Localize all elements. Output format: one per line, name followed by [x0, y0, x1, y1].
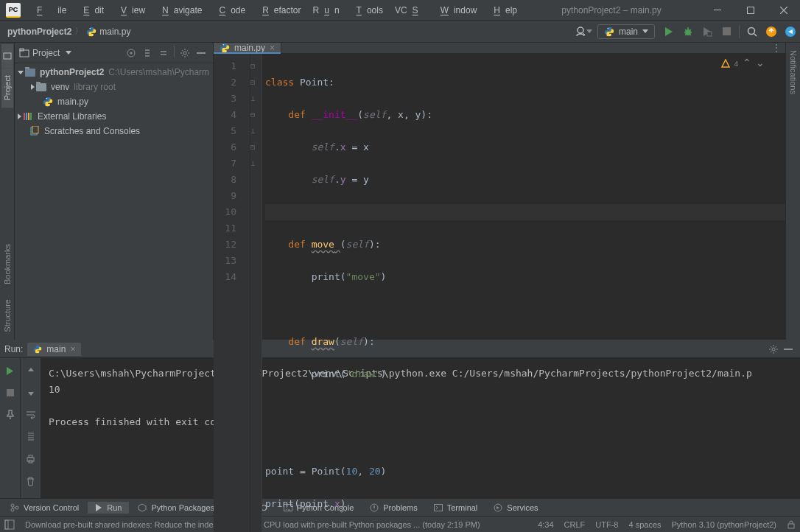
svg-rect-31 — [7, 389, 14, 396]
run-tab[interactable]: main × — [27, 343, 81, 356]
menu-tools[interactable]: Tools — [346, 2, 388, 18]
stop-button[interactable] — [717, 23, 735, 41]
editor: main.py × ⋮ 4 ⌃ ⌄ 1234567891011121314 ⊟⊟… — [214, 43, 785, 340]
menu-navigate[interactable]: Navigate — [152, 2, 207, 18]
close-tab-button[interactable]: × — [270, 43, 275, 53]
menu-file[interactable]: File — [27, 2, 71, 18]
tree-venv[interactable]: venv library root — [15, 80, 213, 94]
tree-scratches-label: Scratches and Consoles — [44, 126, 140, 136]
down-stack-button[interactable] — [23, 385, 39, 401]
ide-update-button[interactable] — [762, 23, 780, 41]
project-panel-title: Project — [32, 48, 60, 58]
debug-button[interactable] — [679, 23, 697, 41]
chevron-down-icon[interactable] — [18, 71, 24, 74]
menu-vcs[interactable]: VCS — [390, 2, 429, 18]
collapse-all-button[interactable] — [156, 46, 171, 60]
editor-tabs: main.py × ⋮ — [214, 43, 785, 54]
scroll-end-button[interactable] — [23, 429, 39, 445]
tabs-more-button[interactable]: ⋮ — [768, 43, 785, 53]
svg-rect-44 — [788, 524, 794, 528]
scratches-icon — [29, 126, 40, 136]
svg-rect-7 — [707, 32, 712, 36]
chevron-down-icon[interactable] — [66, 51, 71, 55]
tw-version-control[interactable]: Version Control — [3, 502, 86, 514]
chevron-down-icon — [642, 29, 648, 33]
package-icon — [138, 503, 147, 512]
svg-rect-8 — [723, 27, 731, 35]
project-stripe-label[interactable]: Project — [1, 68, 13, 108]
hide-button[interactable] — [194, 46, 208, 60]
up-stack-button[interactable] — [23, 363, 39, 379]
svg-rect-22 — [26, 113, 27, 120]
pin-button[interactable] — [2, 407, 18, 423]
tree-ext-lib-label: External Libraries — [38, 111, 106, 122]
project-icon — [19, 48, 29, 58]
right-gutter: Notifications — [785, 43, 800, 340]
breadcrumb-file[interactable]: main.py — [99, 27, 130, 37]
svg-rect-24 — [30, 113, 32, 120]
svg-rect-18 — [197, 52, 206, 54]
tw-python-packages[interactable]: Python Packages — [130, 502, 222, 514]
svg-point-9 — [748, 27, 755, 34]
project-stripe-button[interactable] — [1, 44, 13, 68]
code-area[interactable]: 4 ⌃ ⌄ 1234567891011121314 ⊟⊟⊥⊟⊥⊟⊥ class … — [214, 54, 785, 532]
maximize-button[interactable] — [734, 0, 767, 21]
ide-features-button[interactable] — [782, 23, 799, 41]
expand-all-button[interactable] — [140, 46, 155, 60]
breadcrumb[interactable]: pythonProject2 〉 main.py — [0, 25, 130, 38]
tool-windows-button[interactable] — [4, 519, 15, 530]
select-opened-file-button[interactable] — [124, 46, 138, 60]
search-button[interactable] — [743, 23, 761, 41]
tree-scratches[interactable]: Scratches and Consoles — [15, 124, 213, 139]
code-with-me-button[interactable] — [575, 23, 592, 41]
menu-view[interactable]: View — [110, 2, 150, 18]
project-tree[interactable]: pythonProject2 C:\Users\mshah\Pycharm ve… — [15, 63, 213, 140]
line-number-gutter[interactable]: 1234567891011121314 — [214, 54, 250, 532]
rerun-button[interactable] — [2, 363, 18, 379]
python-file-icon — [86, 27, 97, 37]
menu-help[interactable]: Help — [483, 2, 522, 18]
tree-root[interactable]: pythonProject2 C:\Users\mshah\Pycharm — [15, 65, 213, 80]
menu-refactor[interactable]: Refactor — [252, 2, 306, 18]
breadcrumb-project[interactable]: pythonProject2 — [7, 27, 71, 37]
tree-ext-lib[interactable]: External Libraries — [15, 109, 213, 124]
run-button[interactable] — [660, 23, 678, 41]
menu-edit[interactable]: Edit — [73, 2, 109, 18]
settings-button[interactable] — [178, 46, 192, 60]
lock-icon[interactable] — [787, 520, 796, 529]
print-button[interactable] — [23, 451, 39, 467]
menu-code[interactable]: Code — [208, 2, 250, 18]
run-config-label: main — [619, 27, 638, 37]
tw-run[interactable]: Run — [88, 502, 129, 514]
svg-rect-33 — [29, 455, 32, 458]
folder-icon — [36, 83, 46, 91]
notifications-stripe-label[interactable]: Notifications — [787, 43, 799, 102]
code-content[interactable]: class Point: def __init__(self, x, y): s… — [262, 54, 785, 532]
run-coverage-button[interactable] — [698, 23, 716, 41]
close-run-tab-button[interactable]: × — [70, 344, 75, 354]
svg-point-19 — [46, 98, 47, 99]
run-config-selector[interactable]: main — [597, 24, 655, 39]
fold-gutter[interactable]: ⊟⊟⊥⊟⊥⊟⊥ — [250, 54, 262, 532]
stop-run-button[interactable] — [2, 385, 18, 401]
minimize-button[interactable] — [701, 0, 734, 21]
close-button[interactable] — [767, 0, 800, 21]
tree-file-label: main.py — [57, 97, 88, 107]
tab-main-py[interactable]: main.py × — [214, 43, 281, 53]
structure-stripe-label[interactable]: Structure — [1, 292, 13, 340]
left-gutter: Project Bookmarks Structure — [0, 43, 15, 340]
soft-wrap-button[interactable] — [23, 407, 39, 423]
folder-icon — [25, 69, 35, 77]
chevron-right-icon[interactable] — [18, 113, 21, 119]
svg-rect-23 — [28, 113, 29, 120]
trash-button[interactable] — [23, 473, 39, 489]
svg-point-28 — [225, 51, 226, 52]
svg-point-35 — [11, 504, 14, 507]
svg-rect-26 — [32, 126, 38, 133]
svg-point-20 — [49, 105, 49, 105]
tree-main-file[interactable]: main.py — [15, 94, 213, 109]
chevron-right-icon[interactable] — [31, 84, 35, 90]
bookmarks-stripe-label[interactable]: Bookmarks — [1, 237, 13, 292]
menu-window[interactable]: Window — [430, 2, 483, 18]
menu-run[interactable]: Run — [308, 2, 345, 18]
